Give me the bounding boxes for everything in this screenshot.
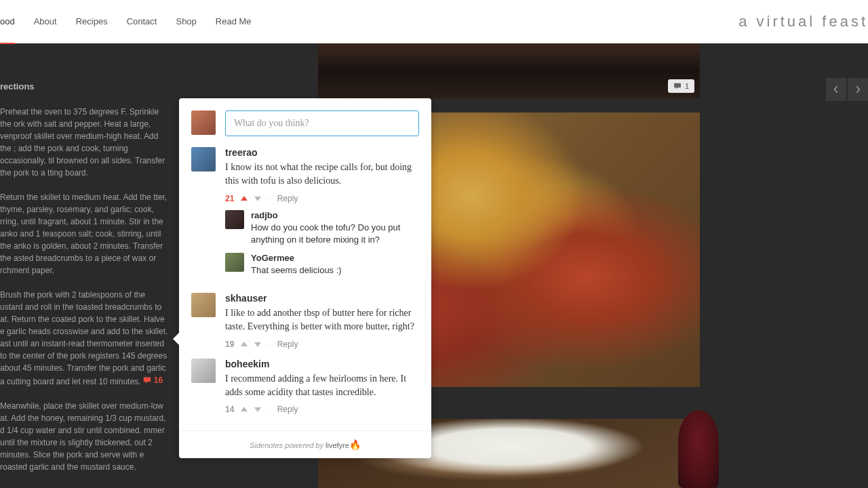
- replier-avatar: [225, 253, 244, 272]
- comment-text: I recommend adding a few heirlooms in he…: [225, 372, 419, 400]
- chevron-right-icon: [855, 85, 861, 94]
- chevron-left-icon: [833, 85, 839, 94]
- vote-count: 14: [225, 405, 234, 414]
- commenter-avatar: [191, 359, 216, 383]
- hero-comment-badge[interactable]: 1: [668, 79, 694, 93]
- reply-text: That seems delicious :): [251, 264, 419, 277]
- commenter-name[interactable]: boheekim: [225, 359, 419, 369]
- nutrition-heading: utrition: [0, 485, 170, 489]
- reply-item: YoGermee That seems delicious :): [225, 253, 419, 277]
- downvote-button[interactable]: [254, 194, 261, 203]
- reply-item: radjbo How do you cook the tofu? Do you …: [225, 210, 419, 246]
- fire-icon: 🔥: [349, 439, 361, 450]
- comment-input-row: [191, 110, 419, 136]
- replier-name[interactable]: YoGermee: [251, 253, 419, 263]
- reply-button[interactable]: Reply: [277, 340, 298, 349]
- commenter-avatar: [191, 147, 216, 171]
- reply-button[interactable]: Reply: [277, 194, 298, 203]
- downvote-button[interactable]: [254, 340, 261, 349]
- nav-link-food[interactable]: ood: [0, 0, 15, 44]
- pager-prev-button[interactable]: [826, 78, 846, 101]
- comment-meta: 14 · Reply: [225, 405, 419, 414]
- comment-icon: [673, 83, 682, 89]
- comment-icon: [143, 376, 151, 384]
- hero-image: 1: [318, 43, 700, 98]
- directions-step-3: Brush the pork with 2 tablespoons of the…: [0, 289, 170, 388]
- nav-link-readme[interactable]: Read Me: [216, 0, 252, 44]
- upvote-button[interactable]: [241, 405, 248, 414]
- livefyre-brand[interactable]: livefyre🔥: [326, 441, 361, 449]
- sidenote-popover: treerao I know its not what the recipe c…: [179, 98, 431, 458]
- comment-meta: 21 · Reply: [225, 194, 419, 203]
- comment-item: treerao I know its not what the recipe c…: [191, 147, 419, 283]
- nav-link-recipes[interactable]: Recipes: [76, 0, 108, 44]
- nav-link-contact[interactable]: Contact: [127, 0, 157, 44]
- commenter-name[interactable]: treerao: [225, 147, 419, 158]
- comment-meta: 19 · Reply: [225, 340, 419, 349]
- comment-input[interactable]: [225, 110, 419, 136]
- commenter-name[interactable]: skhauser: [225, 293, 419, 304]
- separator: ·: [268, 194, 270, 203]
- upvote-button[interactable]: [241, 194, 248, 203]
- comment-item: skhauser I like to add another tbsp of b…: [191, 293, 419, 349]
- downvote-button[interactable]: [254, 405, 261, 414]
- vote-count: 21: [225, 194, 234, 203]
- directions-step-2: Return the skillet to medium heat. Add t…: [0, 191, 170, 277]
- directions-panel: rections Preheat the oven to 375 degrees…: [0, 80, 170, 488]
- step-comment-count[interactable]: 16: [143, 374, 163, 386]
- replier-avatar: [225, 210, 244, 229]
- upvote-button[interactable]: [241, 340, 248, 349]
- reply-button[interactable]: Reply: [277, 405, 298, 414]
- reply-text: How do you cook the tofu? Do you put any…: [251, 222, 419, 246]
- directions-step-1: Preheat the oven to 375 degrees F. Sprin…: [0, 106, 170, 179]
- top-nav: ood About Recipes Contact Shop Read Me a…: [0, 0, 868, 43]
- separator: ·: [268, 405, 270, 414]
- commenter-avatar: [191, 293, 216, 317]
- separator: ·: [268, 340, 270, 349]
- comment-text: I like to add another tbsp of butter her…: [225, 306, 419, 334]
- nav-link-about[interactable]: About: [34, 0, 57, 44]
- pager-next-button[interactable]: [848, 78, 868, 101]
- comment-item: boheekim I recommend adding a few heirlo…: [191, 359, 419, 415]
- wine-glass-image: [678, 410, 719, 488]
- directions-heading: rections: [0, 80, 170, 94]
- replier-name[interactable]: radjbo: [251, 210, 419, 220]
- sidenote-footer: Sidenotes powered by livefyre🔥: [179, 430, 431, 458]
- directions-step-4: Meanwhile, place the skillet over medium…: [0, 400, 170, 473]
- current-user-avatar: [191, 110, 216, 135]
- comment-text: I know its not what the recipe calls for…: [225, 161, 419, 188]
- vote-count: 19: [225, 340, 234, 349]
- nav-links: ood About Recipes Contact Shop Read Me: [0, 0, 252, 44]
- popover-arrow: [173, 332, 180, 346]
- image-pager: [826, 78, 868, 101]
- nav-link-shop[interactable]: Shop: [176, 0, 196, 44]
- site-brand: a virtual feast: [738, 13, 868, 30]
